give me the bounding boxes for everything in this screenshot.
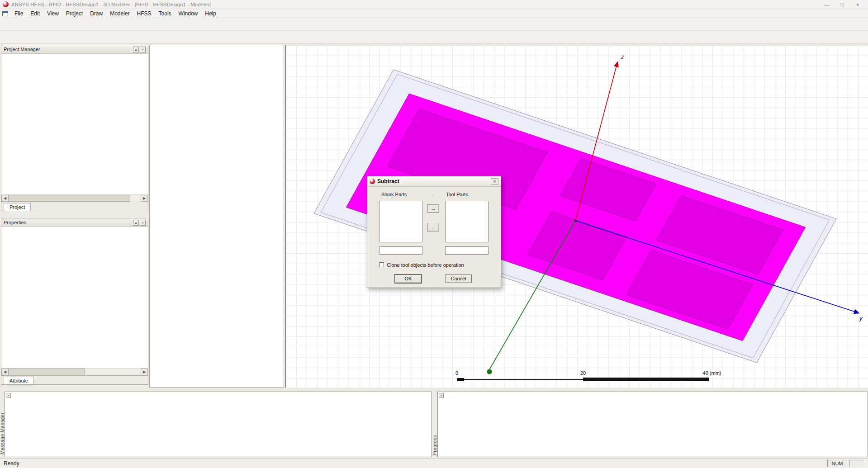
dialog-title: Subtract: [377, 178, 399, 184]
blank-parts-list[interactable]: [379, 201, 422, 242]
menu-edit[interactable]: Edit: [27, 9, 43, 18]
menu-hfss[interactable]: HFSS: [133, 9, 155, 18]
progress-panel: ×: [437, 392, 868, 457]
project-manager-panel: Project Manager ▴ × ◀ ▶ Project: [1, 45, 148, 211]
menu-items: FileEditViewProjectDrawModelerHFSSToolsW…: [11, 9, 220, 18]
scroll-right-icon[interactable]: ▶: [141, 369, 148, 375]
project-tree-area: [1, 54, 148, 194]
scroll-left-icon[interactable]: ◀: [1, 195, 9, 202]
dialog-close-icon[interactable]: ×: [491, 178, 498, 185]
minus-separator-label: -: [432, 192, 434, 197]
menu-view[interactable]: View: [43, 9, 62, 18]
tool-parts-list[interactable]: [445, 201, 489, 242]
cancel-button[interactable]: Cancel: [445, 274, 472, 283]
titlebar: ANSYS HFSS - RFID - HFSSDesign1 - 3D Mod…: [0, 0, 868, 9]
project-manager-header[interactable]: Project Manager ▴ ×: [1, 45, 148, 54]
panel-collapse-icon[interactable]: ▴: [133, 47, 139, 52]
y-axis-label: y: [859, 315, 863, 321]
scroll-thumb[interactable]: [9, 369, 85, 375]
scale-bar: 0 20 40 (mm): [455, 370, 721, 381]
menu-draw[interactable]: Draw: [86, 9, 106, 18]
dialog-titlebar[interactable]: Subtract ×: [367, 176, 501, 187]
menu-project[interactable]: Project: [62, 9, 86, 18]
tool-parts-label: Tool Parts: [446, 192, 468, 197]
tab-attribute[interactable]: Attribute: [4, 377, 34, 384]
window-controls: — □ ×: [819, 0, 865, 9]
blank-parts-label: Blank Parts: [381, 192, 407, 197]
close-icon[interactable]: ×: [850, 0, 865, 9]
status-extra-box: [849, 460, 864, 467]
menu-file[interactable]: File: [11, 9, 27, 18]
properties-hscrollbar[interactable]: ◀ ▶: [1, 368, 148, 375]
panel-close-icon[interactable]: ×: [140, 47, 146, 52]
attribute-tab-row: Attribute: [1, 375, 148, 384]
move-left-button[interactable]: ←: [427, 223, 439, 232]
properties-title: Properties: [4, 220, 26, 225]
blank-parts-input[interactable]: [379, 246, 422, 255]
scale-bar-thin: [457, 379, 583, 380]
project-manager-title: Project Manager: [4, 47, 40, 52]
message-manager-close-icon[interactable]: ×: [6, 393, 11, 398]
scale-bar-tick: [457, 378, 464, 381]
clone-checkbox[interactable]: [379, 262, 384, 267]
message-manager-panel: ×: [5, 392, 432, 457]
model-tree-panel: [149, 45, 284, 388]
scroll-left-icon[interactable]: ◀: [1, 369, 9, 375]
model-tree: [150, 45, 284, 49]
maximize-icon[interactable]: □: [835, 0, 850, 9]
z-axis-label: z: [621, 53, 624, 60]
num-lock-indicator: NUM: [827, 460, 847, 467]
properties-header[interactable]: Properties ▴ ×: [1, 218, 148, 227]
window-title: ANSYS HFSS - RFID - HFSSDesign1 - 3D Mod…: [11, 2, 211, 7]
panel-close-icon[interactable]: ×: [140, 220, 146, 226]
scale-label-40: 40 (mm): [703, 370, 721, 376]
statusbar: Ready NUM: [0, 458, 868, 468]
scale-label-20: 20: [580, 370, 586, 376]
progress-label[interactable]: Progress: [432, 435, 437, 455]
app-logo-icon: [3, 1, 9, 7]
app-window: ANSYS HFSS - RFID - HFSSDesign1 - 3D Mod…: [0, 0, 868, 468]
menubar: FileEditViewProjectDrawModelerHFSSToolsW…: [0, 9, 868, 18]
minimize-icon[interactable]: —: [819, 0, 835, 9]
menu-help[interactable]: Help: [201, 9, 220, 18]
status-message: Ready: [4, 460, 19, 467]
x-axis-endpoint: [487, 369, 492, 374]
scale-bar-thick: [583, 378, 709, 381]
project-tab-row: Project: [1, 202, 148, 211]
toolbar-secondary: [0, 31, 868, 44]
menu-modeler[interactable]: Modeler: [106, 9, 133, 18]
scroll-track[interactable]: [9, 369, 141, 375]
mdi-child-icon[interactable]: [2, 11, 8, 16]
project-hscrollbar[interactable]: ◀ ▶: [1, 194, 148, 202]
origin-point: [574, 220, 577, 222]
move-right-button[interactable]: →: [427, 204, 439, 213]
progress-close-icon[interactable]: ×: [439, 393, 444, 398]
clone-checkbox-label: Clone tool objects before operation: [387, 262, 464, 268]
properties-panel: Properties ▴ × ◀ ▶ Attribute: [1, 218, 148, 385]
scroll-thumb[interactable]: [9, 195, 130, 202]
menu-tools[interactable]: Tools: [155, 9, 175, 18]
scale-label-0: 0: [455, 370, 458, 376]
tab-project[interactable]: Project: [4, 203, 31, 211]
scroll-track[interactable]: [9, 195, 141, 202]
ok-button[interactable]: OK: [395, 274, 422, 283]
tool-parts-input[interactable]: [445, 246, 489, 255]
menu-window[interactable]: Window: [175, 9, 202, 18]
panel-collapse-icon[interactable]: ▴: [133, 220, 139, 226]
properties-grid-area: [1, 227, 148, 368]
scroll-right-icon[interactable]: ▶: [141, 195, 148, 202]
toolbar-main: [0, 18, 868, 31]
message-manager-label[interactable]: Message Manager: [0, 412, 5, 454]
subtract-dialog: Subtract × Blank Parts - Tool Parts → ← …: [367, 176, 501, 288]
dialog-logo-icon: [370, 179, 375, 184]
